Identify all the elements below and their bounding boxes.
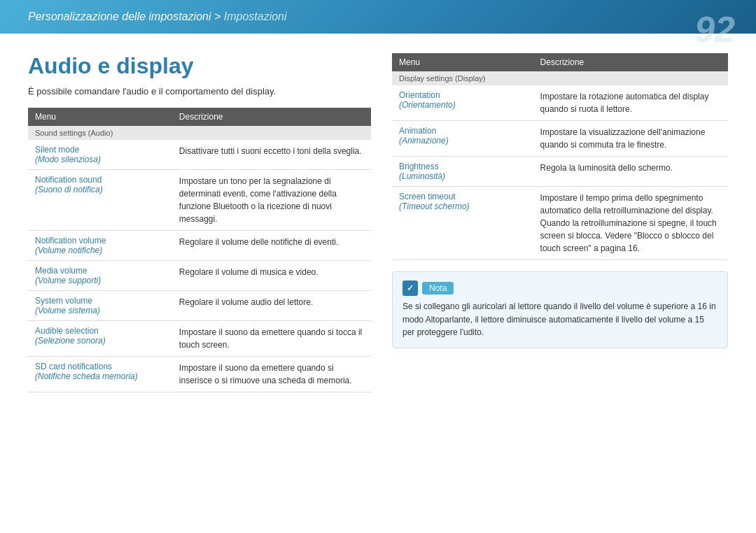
desc-col: Regola la luminosità dello schermo.	[533, 157, 728, 187]
left-section-label: Sound settings (Audio)	[28, 126, 371, 140]
breadcrumb-prefix: Personalizzazione delle impostazioni >	[28, 10, 224, 22]
desc-col: Regolare il volume audio del lettore.	[172, 291, 371, 321]
note-icon-symbol: ✓	[407, 283, 414, 293]
menu-col: Audible selection (Selezione sonora)	[28, 321, 172, 357]
desc-col: Impostare la rotazione automatica del di…	[533, 85, 728, 121]
menu-secondary: (Animazione)	[399, 136, 526, 145]
page-title: Audio e display	[28, 53, 371, 79]
table-row: Screen timeout (Timeout schermo) Imposta…	[392, 187, 728, 260]
menu-col: Notification volume (Volume notifiche)	[28, 231, 172, 261]
menu-col: System volume (Volume sistema)	[28, 291, 172, 321]
menu-col: Brightness (Luminosità)	[392, 157, 533, 187]
note-box: ✓ Nota Se si collegano gli auricolari al…	[392, 271, 728, 348]
left-col-menu-header: Menu	[28, 108, 172, 126]
note-header: ✓ Nota	[402, 280, 718, 296]
menu-col: Media volume (Volume supporti)	[28, 261, 172, 291]
table-row: Audible selection (Selezione sonora) Imp…	[28, 321, 371, 357]
note-icon: ✓	[402, 280, 418, 296]
menu-secondary: (Volume sistema)	[35, 306, 165, 315]
breadcrumb: Personalizzazione delle impostazioni > I…	[28, 10, 287, 23]
menu-primary: Screen timeout	[399, 192, 526, 201]
desc-col: Disattivare tutti i suoni eccetto i toni…	[172, 140, 371, 170]
table-row: System volume (Volume sistema) Regolare …	[28, 291, 371, 321]
menu-primary: Audible selection	[35, 326, 165, 336]
menu-col: Animation (Animazione)	[392, 121, 533, 157]
menu-primary: Brightness	[399, 162, 526, 171]
menu-col: SD card notifications (Notifiche scheda …	[28, 357, 172, 392]
right-table: Menu Descrizione Display settings (Displ…	[392, 53, 728, 260]
desc-col: Impostare la visualizzazione dell'animaz…	[533, 121, 728, 157]
menu-primary: Notification sound	[35, 175, 165, 185]
menu-secondary: (Luminosità)	[399, 171, 526, 181]
menu-col: Silent mode (Modo silenziosa)	[28, 140, 172, 170]
page-number: 92	[694, 8, 735, 50]
table-row: Brightness (Luminosità) Regola la lumino…	[392, 157, 728, 187]
top-bar: Personalizzazione delle impostazioni > I…	[0, 0, 756, 34]
menu-secondary: (Selezione sonora)	[35, 336, 165, 346]
table-row: Orientation (Orientamento) Impostare la …	[392, 85, 728, 121]
right-col-menu-header: Menu	[392, 53, 533, 71]
menu-secondary: (Orientamento)	[399, 100, 526, 110]
desc-col: Impostare il tempo prima dello spegnimen…	[533, 187, 728, 260]
table-row: Notification sound (Suono di notifica) I…	[28, 170, 371, 231]
breadcrumb-current: Impostazioni	[224, 10, 287, 22]
menu-primary: SD card notifications	[35, 362, 165, 371]
menu-secondary: (Notifiche scheda memoria)	[35, 371, 165, 381]
left-column: Audio e display È possibile comandare l'…	[28, 53, 371, 392]
main-content: Audio e display È possibile comandare l'…	[0, 34, 756, 406]
left-table: Menu Descrizione Sound settings (Audio) …	[28, 108, 371, 392]
menu-primary: Animation	[399, 126, 526, 136]
menu-col: Orientation (Orientamento)	[392, 85, 533, 121]
menu-primary: Orientation	[399, 90, 526, 100]
right-col-desc-header: Descrizione	[533, 53, 728, 71]
table-row: Animation (Animazione) Impostare la visu…	[392, 121, 728, 157]
menu-secondary: (Suono di notifica)	[35, 185, 165, 194]
desc-col: Impostare il suono da emettere quando si…	[172, 357, 371, 392]
table-row: Silent mode (Modo silenziosa) Disattivar…	[28, 140, 371, 170]
table-row: Media volume (Volume supporti) Regolare …	[28, 261, 371, 291]
menu-secondary: (Volume supporti)	[35, 276, 165, 285]
menu-secondary: (Volume notifiche)	[35, 246, 165, 255]
desc-col: Impostare il suono da emettere quando si…	[172, 321, 371, 357]
desc-col: Regolare il volume di musica e video.	[172, 261, 371, 291]
table-row: Notification volume (Volume notifiche) R…	[28, 231, 371, 261]
menu-col: Screen timeout (Timeout schermo)	[392, 187, 533, 260]
menu-secondary: (Modo silenziosa)	[35, 155, 165, 164]
right-section-label: Display settings (Display)	[392, 71, 728, 85]
note-text: Se si collegano gli auricolari al lettor…	[402, 300, 718, 339]
menu-primary: Media volume	[35, 266, 165, 276]
right-column: Menu Descrizione Display settings (Displ…	[392, 53, 728, 392]
page-subtitle: È possibile comandare l'audio e il compo…	[28, 86, 371, 97]
desc-col: Regolare il volume delle notifiche di ev…	[172, 231, 371, 261]
desc-col: Impostare un tono per la segnalazione di…	[172, 170, 371, 231]
menu-col: Notification sound (Suono di notifica)	[28, 170, 172, 231]
table-row: SD card notifications (Notifiche scheda …	[28, 357, 371, 392]
left-section-row: Sound settings (Audio)	[28, 126, 371, 140]
menu-secondary: (Timeout schermo)	[399, 201, 526, 211]
menu-primary: Notification volume	[35, 236, 165, 246]
right-section-row: Display settings (Display)	[392, 71, 728, 85]
note-label: Nota	[422, 282, 454, 294]
menu-primary: Silent mode	[35, 145, 165, 155]
left-col-desc-header: Descrizione	[172, 108, 371, 126]
menu-primary: System volume	[35, 296, 165, 306]
